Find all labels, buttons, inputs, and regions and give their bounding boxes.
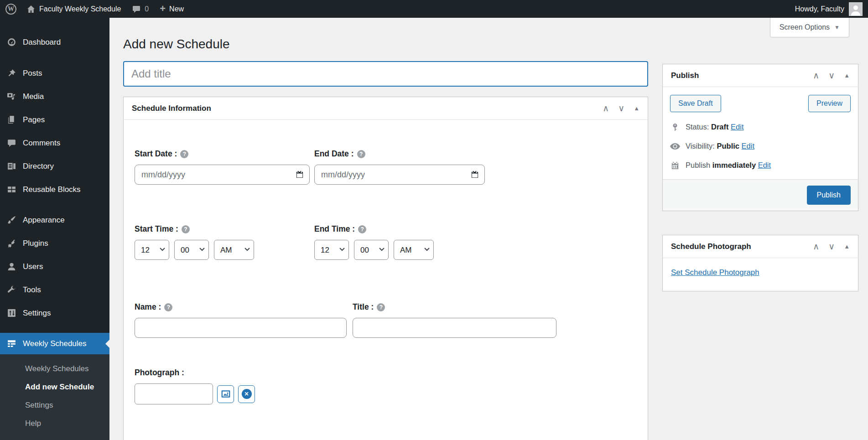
sidebar-item-label: Reusable Blocks (23, 185, 81, 194)
sidebar-item-dashboard[interactable]: Dashboard (0, 31, 109, 54)
help-icon[interactable]: ? (180, 150, 188, 158)
post-status-icon (670, 123, 680, 131)
sidebar-item-posts[interactable]: Posts (0, 62, 109, 85)
help-icon[interactable]: ? (358, 225, 366, 233)
new-content-menu[interactable]: + New (154, 0, 189, 18)
start-time-label-row: Start Time : ? (135, 224, 314, 234)
sidebar-item-reusable-blocks[interactable]: Reusable Blocks (0, 178, 109, 201)
site-name-label: Faculty Weekly Schedule (39, 5, 121, 13)
set-schedule-photograph-link[interactable]: Set Schedule Photograph (671, 268, 759, 277)
start-hour-select[interactable]: 12 (135, 240, 169, 260)
start-meridiem-select[interactable]: AM (214, 240, 254, 260)
brush-icon (6, 215, 16, 225)
sidebar-item-users[interactable]: Users (0, 255, 109, 278)
start-minute-select[interactable]: 00 (174, 240, 209, 260)
publish-time-value: immediately (712, 161, 756, 169)
sidebar-item-plugins[interactable]: Plugins (0, 232, 109, 255)
directory-icon (6, 161, 16, 171)
name-input[interactable] (135, 318, 347, 338)
schedule-grid-icon (6, 339, 16, 348)
sidebar-item-weekly-schedules[interactable]: Weekly Schedules (0, 333, 109, 354)
end-hour-select[interactable]: 12 (314, 240, 349, 260)
sidebar-item-tools[interactable]: Tools (0, 278, 109, 301)
home-icon (26, 5, 36, 14)
comments-count-badge: 0 (145, 5, 149, 13)
name-label-row: Name : ? (135, 302, 353, 312)
schedule-photograph-header: Schedule Photograph ∧ ∨ ▲ (663, 235, 858, 258)
save-draft-button[interactable]: Save Draft (670, 95, 721, 112)
edit-publish-time-link[interactable]: Edit (758, 161, 771, 169)
admin-sidebar: Dashboard Posts Media Pages Comments Dir… (0, 18, 109, 440)
collapse-toggle-icon[interactable]: ▲ (634, 105, 639, 111)
visibility-value: Public (717, 142, 739, 150)
screen-options-tab[interactable]: Screen Options ▼ (770, 18, 849, 37)
help-icon[interactable]: ? (357, 150, 365, 158)
publish-button[interactable]: Publish (807, 186, 851, 205)
title-label: Title : (353, 302, 374, 312)
collapse-toggle-icon[interactable]: ▲ (844, 243, 850, 249)
admin-content-area: Screen Options ▼ Add new Schedule Schedu… (109, 18, 868, 440)
media-icon (6, 92, 16, 101)
move-down-icon[interactable]: ∨ (618, 104, 624, 113)
submenu-item-settings[interactable]: Settings (0, 396, 109, 414)
metabox-title: Schedule Photograph (671, 242, 751, 251)
image-icon (221, 389, 231, 399)
sidebar-item-settings[interactable]: Settings (0, 301, 109, 325)
edit-status-link[interactable]: Edit (731, 123, 743, 131)
sidebar-item-label: Tools (23, 285, 41, 295)
sidebar-item-media[interactable]: Media (0, 85, 109, 108)
publish-time-text: Publish immediately Edit (686, 161, 771, 170)
move-up-icon[interactable]: ∧ (813, 242, 819, 251)
start-time-label: Start Time : (135, 224, 178, 234)
help-icon[interactable]: ? (182, 225, 190, 233)
help-icon[interactable]: ? (164, 303, 172, 311)
publish-metabox: Publish ∧ ∨ ▲ Save Draft Preview (662, 64, 858, 211)
status-row: Status: Draft Edit (670, 123, 851, 131)
post-title-input[interactable] (123, 61, 648, 87)
title-field-input[interactable] (353, 318, 556, 338)
collapse-toggle-icon[interactable]: ▲ (844, 72, 850, 78)
avatar[interactable] (849, 2, 863, 16)
admin-bar: W Faculty Weekly Schedule 0 + New Howdy,… (0, 0, 868, 18)
status-value: Draft (711, 123, 729, 131)
submenu-item-add-new-schedule[interactable]: Add new Schedule (0, 378, 109, 396)
submenu-item-help[interactable]: Help (0, 414, 109, 433)
schedule-photograph-metabox: Schedule Photograph ∧ ∨ ▲ Set Schedule P… (662, 235, 858, 291)
sidebar-item-comments[interactable]: Comments (0, 131, 109, 155)
remove-image-button[interactable]: ✕ (238, 385, 255, 403)
end-date-label-row: End Date : ? (314, 149, 485, 159)
sidebar-item-label: Weekly Schedules (23, 339, 87, 348)
publish-footer: Publish (663, 179, 858, 211)
end-date-input[interactable] (314, 165, 485, 185)
settings-icon (6, 308, 16, 318)
edit-visibility-link[interactable]: Edit (742, 142, 754, 150)
start-date-input[interactable] (135, 165, 310, 185)
select-image-button[interactable] (217, 385, 234, 403)
sidebar-item-appearance[interactable]: Appearance (0, 208, 109, 232)
sidebar-item-directory[interactable]: Directory (0, 155, 109, 178)
move-up-icon[interactable]: ∧ (813, 71, 819, 80)
submenu-item-weekly-schedules[interactable]: Weekly Schedules (0, 360, 109, 378)
user-icon (6, 262, 16, 271)
comments-admin-link[interactable]: 0 (126, 0, 154, 18)
move-down-icon[interactable]: ∨ (828, 242, 835, 251)
plus-icon: + (160, 4, 166, 14)
photograph-label: Photograph : (135, 368, 184, 378)
schedule-information-metabox: Schedule Information ∧ ∨ ▲ Start Date : … (123, 97, 648, 440)
start-date-label: Start Date : (135, 149, 177, 159)
move-up-icon[interactable]: ∧ (603, 104, 609, 113)
end-meridiem-select[interactable]: AM (394, 240, 434, 260)
wrench-icon (6, 285, 16, 295)
help-icon[interactable]: ? (377, 303, 385, 311)
site-name-link[interactable]: Faculty Weekly Schedule (21, 0, 126, 18)
sidebar-item-label: Dashboard (23, 38, 61, 47)
plugin-icon (6, 238, 16, 248)
wordpress-menu[interactable]: W (0, 0, 21, 18)
preview-button[interactable]: Preview (808, 95, 851, 112)
sidebar-item-pages[interactable]: Pages (0, 108, 109, 131)
howdy-account-menu[interactable]: Howdy, Faculty (795, 0, 844, 18)
sidebar-item-label: Media (23, 92, 44, 101)
move-down-icon[interactable]: ∨ (828, 71, 835, 80)
end-minute-select[interactable]: 00 (354, 240, 389, 260)
photograph-input[interactable] (135, 383, 213, 404)
